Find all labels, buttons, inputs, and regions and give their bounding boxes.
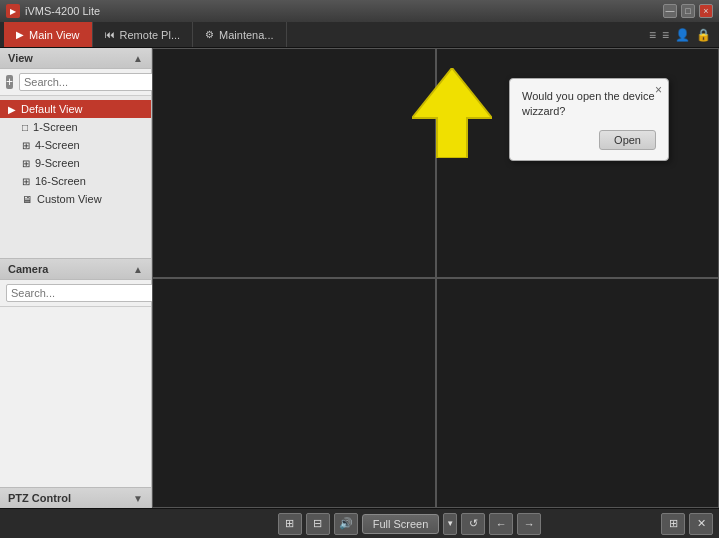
grid-view-button[interactable]: ⊞ <box>661 513 685 535</box>
main-view-icon: ▶ <box>16 29 24 40</box>
camera-panel-header: Camera ▲ <box>0 259 151 280</box>
app-title: iVMS-4200 Lite <box>25 5 663 17</box>
screen1-icon: □ <box>22 122 28 133</box>
audio-button[interactable]: 🔊 <box>334 513 358 535</box>
camera-search-bar: 🔍 <box>0 280 151 307</box>
layout-btn-2[interactable]: ⊟ <box>306 513 330 535</box>
tree-item-9screen-label: 9-Screen <box>35 157 80 169</box>
tree-item-9screen[interactable]: ⊞ 9-Screen <box>0 154 151 172</box>
prev-button[interactable]: ← <box>489 513 513 535</box>
layout-btn-1[interactable]: ⊞ <box>278 513 302 535</box>
view-search-bar: + 🔍 <box>0 69 151 96</box>
maintenance-icon: ⚙ <box>205 29 214 40</box>
close-panels-button[interactable]: ✕ <box>689 513 713 535</box>
user-icon[interactable]: 👤 <box>675 28 690 42</box>
video-cell-4 <box>436 278 720 508</box>
ptz-label: PTZ Control <box>8 492 71 504</box>
main-content: View ▲ + 🔍 ▶ Default View □ 1-Screen ⊞ 4… <box>0 48 719 508</box>
add-view-button[interactable]: + <box>6 75 13 89</box>
folder-icon: ▶ <box>8 104 16 115</box>
bottom-bar: ⊞ ⊟ 🔊 Full Screen ▼ ↺ ← → ⊞ ✕ <box>0 508 719 538</box>
camera-panel-collapse[interactable]: ▲ <box>133 264 143 275</box>
video-area: × Would you open the device wizzard? Ope… <box>152 48 719 508</box>
fullscreen-button[interactable]: Full Screen <box>362 514 440 534</box>
title-bar: ▶ iVMS-4200 Lite — □ × <box>0 0 719 22</box>
dialog-message: Would you open the device wizzard? <box>522 89 656 120</box>
view-search-input[interactable] <box>19 73 167 91</box>
menu-icon[interactable]: ≡ <box>649 28 656 42</box>
minimize-button[interactable]: — <box>663 4 677 18</box>
tree-item-1screen-label: 1-Screen <box>33 121 78 133</box>
view-panel-collapse[interactable]: ▲ <box>133 53 143 64</box>
tab-remote-playback[interactable]: ⏮ Remote Pl... <box>93 22 194 47</box>
app-icon: ▶ <box>6 4 20 18</box>
video-cell-3 <box>152 278 436 508</box>
dialog-open-button[interactable]: Open <box>599 130 656 150</box>
screen16-icon: ⊞ <box>22 176 30 187</box>
tree-item-custom-view-label: Custom View <box>37 193 102 205</box>
camera-search-input[interactable] <box>6 284 154 302</box>
tab-main-view[interactable]: ▶ Main View <box>4 22 93 47</box>
nav-bar: ▶ Main View ⏮ Remote Pl... ⚙ Maintena...… <box>0 22 719 48</box>
custom-view-icon: 🖥 <box>22 194 32 205</box>
view-panel-label: View <box>8 52 33 64</box>
device-wizard-dialog: × Would you open the device wizzard? Ope… <box>509 78 669 161</box>
ptz-collapse[interactable]: ▼ <box>133 493 143 504</box>
tab-remote-playback-label: Remote Pl... <box>120 29 181 41</box>
view-tree: ▶ Default View □ 1-Screen ⊞ 4-Screen ⊞ 9… <box>0 96 151 258</box>
maximize-button[interactable]: □ <box>681 4 695 18</box>
tree-item-custom-view[interactable]: 🖥 Custom View <box>0 190 151 208</box>
tab-maintenance-label: Maintena... <box>219 29 273 41</box>
bottom-bar-center: ⊞ ⊟ 🔊 Full Screen ▼ ↺ ← → <box>162 513 657 535</box>
fullscreen-label: Full Screen <box>373 518 429 530</box>
remote-playback-icon: ⏮ <box>105 29 115 40</box>
tree-item-16screen[interactable]: ⊞ 16-Screen <box>0 172 151 190</box>
screen4-icon: ⊞ <box>22 140 30 151</box>
lock-icon[interactable]: 🔒 <box>696 28 711 42</box>
refresh-button[interactable]: ↺ <box>461 513 485 535</box>
camera-panel-label: Camera <box>8 263 48 275</box>
sidebar: View ▲ + 🔍 ▶ Default View □ 1-Screen ⊞ 4… <box>0 48 152 508</box>
tree-item-4screen-label: 4-Screen <box>35 139 80 151</box>
screen9-icon: ⊞ <box>22 158 30 169</box>
nav-right-icons: ≡ ≡ 👤 🔒 <box>649 22 719 47</box>
window-controls: — □ × <box>663 4 713 18</box>
ptz-panel: PTZ Control ▼ <box>0 487 151 508</box>
fullscreen-dropdown[interactable]: ▼ <box>443 513 457 535</box>
tree-item-4screen[interactable]: ⊞ 4-Screen <box>0 136 151 154</box>
tab-main-view-label: Main View <box>29 29 80 41</box>
dialog-close-button[interactable]: × <box>655 83 662 97</box>
tab-maintenance[interactable]: ⚙ Maintena... <box>193 22 286 47</box>
video-cell-1 <box>152 48 436 278</box>
tree-item-default-view[interactable]: ▶ Default View <box>0 100 151 118</box>
close-button[interactable]: × <box>699 4 713 18</box>
camera-panel: Camera ▲ 🔍 <box>0 258 151 487</box>
tree-item-16screen-label: 16-Screen <box>35 175 86 187</box>
camera-list <box>0 307 151 487</box>
ptz-header: PTZ Control ▼ <box>0 488 151 508</box>
bottom-bar-right: ⊞ ✕ <box>661 513 713 535</box>
view-panel-header: View ▲ <box>0 48 151 69</box>
tree-item-1screen[interactable]: □ 1-Screen <box>0 118 151 136</box>
list-icon[interactable]: ≡ <box>662 28 669 42</box>
next-button[interactable]: → <box>517 513 541 535</box>
tree-item-default-view-label: Default View <box>21 103 83 115</box>
